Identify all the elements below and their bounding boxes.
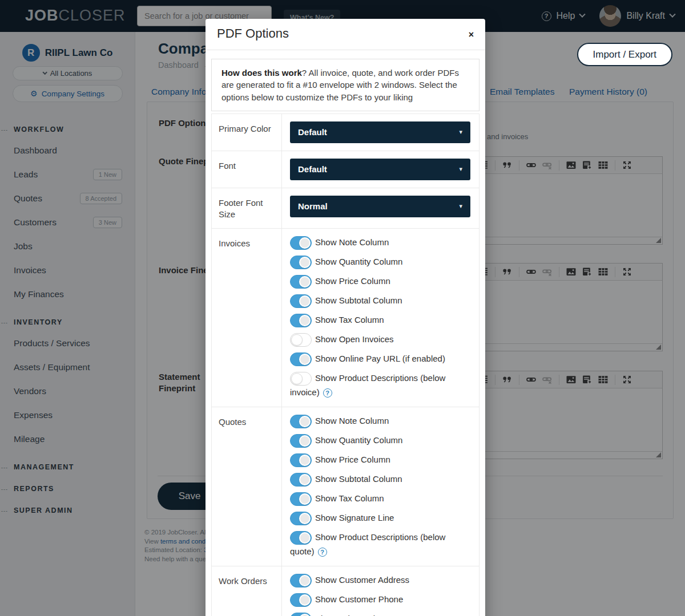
toggle-label: Show Quantity Column: [315, 257, 402, 266]
toggle-show-online-pay-url-if-enabled[interactable]: [290, 352, 312, 366]
toggle-label: Show Open Invoices: [315, 334, 394, 344]
toggle-show-job-number[interactable]: [290, 613, 312, 616]
toggle-knob: [299, 315, 311, 326]
toggle-label: Show Note Column: [315, 416, 389, 425]
modal-group-label: Quotes: [212, 407, 281, 566]
toggle-row: Show Quantity Column: [290, 433, 471, 448]
font-row: Font Default ▾: [212, 151, 479, 188]
toggle-label: Show Tax Column: [315, 315, 384, 325]
toggle-row: Show Quantity Column: [290, 255, 471, 269]
toggle-label: Show Note Column: [315, 237, 389, 247]
toggle-knob: [299, 295, 311, 307]
toggle-label: Show Customer Phone: [315, 594, 403, 604]
toggle-show-customer-address[interactable]: [290, 574, 312, 587]
modal-group-controls: Show Note ColumnShow Quantity ColumnShow…: [281, 229, 479, 407]
toggle-label: Show Customer Address: [315, 575, 409, 585]
caret-down-icon: ▾: [459, 165, 462, 173]
toggle-row: Show Customer Phone: [290, 593, 471, 607]
footer-font-size-select[interactable]: Normal ▾: [290, 196, 470, 217]
toggle-row: Show Price Column: [290, 274, 471, 289]
toggle-label: Show Subtotal Column: [315, 474, 402, 484]
modal-header: PDF Options ×: [206, 19, 485, 50]
info-box: How does this work? All invoice, quote, …: [211, 59, 480, 111]
toggle-knob: [299, 493, 311, 505]
toggle-knob: [299, 474, 311, 485]
toggle-row: Show Price Column: [290, 453, 471, 467]
toggle-row: Show Note Column: [290, 236, 471, 250]
caret-down-icon: ▾: [459, 128, 462, 136]
toggle-row: Show Subtotal Column: [290, 472, 471, 487]
toggle-groups: InvoicesShow Note ColumnShow Quantity Co…: [212, 229, 479, 616]
footer-font-size-label: Footer Font Size: [212, 188, 281, 228]
toggle-show-tax-column[interactable]: [290, 314, 312, 327]
toggle-show-signature-line[interactable]: [290, 512, 312, 525]
toggle-label: Show Job Number: [315, 614, 385, 616]
toggle-row: Show Tax Column: [290, 492, 471, 506]
toggle-label: Show Online Pay URL (if enabled): [315, 354, 445, 363]
font-label: Font: [212, 151, 281, 188]
footer-font-size-row: Footer Font Size Normal ▾: [212, 188, 479, 229]
primary-color-row: Primary Color Default ▾: [212, 114, 479, 151]
toggle-row: Show Subtotal Column: [290, 294, 471, 308]
toggle-show-price-column[interactable]: [290, 453, 312, 467]
toggle-row: Show Signature Line: [290, 511, 471, 525]
toggle-knob: [299, 513, 311, 524]
toggle-show-product-descriptions-below-invoice[interactable]: [290, 372, 312, 386]
toggle-knob: [291, 373, 303, 384]
toggle-show-customer-phone[interactable]: [290, 593, 312, 607]
primary-color-value: Default: [298, 127, 327, 137]
toggle-knob: [299, 614, 311, 616]
toggle-label: Show Product Descriptions (below quote): [290, 532, 445, 556]
close-icon[interactable]: ×: [469, 30, 474, 39]
toggle-knob: [299, 416, 311, 427]
toggle-label: Show Quantity Column: [315, 435, 402, 445]
toggle-show-note-column[interactable]: [290, 236, 312, 250]
toggle-knob: [299, 257, 311, 268]
modal-group-work-orders: Work OrdersShow Customer AddressShow Cus…: [212, 566, 479, 616]
toggle-knob: [299, 532, 311, 544]
font-select[interactable]: Default ▾: [290, 159, 470, 180]
toggle-row: Show Customer Address: [290, 573, 471, 587]
toggle-show-subtotal-column[interactable]: [290, 294, 312, 308]
toggle-knob: [299, 237, 311, 249]
primary-color-label: Primary Color: [212, 114, 281, 151]
toggle-knob: [299, 575, 311, 586]
modal-group-invoices: InvoicesShow Note ColumnShow Quantity Co…: [212, 229, 479, 407]
caret-down-icon: ▾: [459, 202, 462, 210]
toggle-show-note-column[interactable]: [290, 415, 312, 428]
toggle-show-product-descriptions-below-quote[interactable]: [290, 531, 312, 545]
toggle-show-subtotal-column[interactable]: [290, 473, 312, 487]
toggle-row: Show Open Invoices: [290, 333, 471, 347]
font-control: Default ▾: [281, 151, 479, 188]
footer-font-size-value: Normal: [298, 201, 328, 211]
toggle-show-quantity-column[interactable]: [290, 256, 312, 269]
modal-group-label: Invoices: [212, 229, 281, 407]
toggle-label: Show Price Column: [315, 455, 390, 464]
help-icon[interactable]: ?: [318, 548, 327, 557]
toggle-label: Show Subtotal Column: [315, 295, 402, 305]
toggle-row: Show Product Descriptions (below invoice…: [290, 371, 471, 399]
toggle-knob: [299, 276, 311, 287]
font-value: Default: [298, 164, 327, 174]
toggle-knob: [291, 334, 303, 346]
modal-group-quotes: QuotesShow Note ColumnShow Quantity Colu…: [212, 407, 479, 566]
info-bold-text: How does this work: [221, 68, 302, 78]
primary-color-select[interactable]: Default ▾: [290, 121, 470, 143]
toggle-row: Show Job Number: [290, 612, 471, 616]
toggle-knob: [299, 594, 311, 606]
toggle-show-open-invoices[interactable]: [290, 333, 312, 347]
help-icon[interactable]: ?: [323, 388, 332, 398]
modal-group-label: Work Orders: [212, 566, 281, 616]
toggle-show-tax-column[interactable]: [290, 492, 312, 506]
pdf-options-table: Primary Color Default ▾ Font Default ▾: [211, 114, 480, 616]
modal-group-controls: Show Note ColumnShow Quantity ColumnShow…: [281, 407, 479, 566]
modal-title: PDF Options: [217, 26, 289, 40]
modal-body: How does this work? All invoice, quote, …: [206, 59, 485, 616]
import-export-button[interactable]: Import / Export: [577, 43, 672, 66]
toggle-show-quantity-column[interactable]: [290, 434, 312, 448]
toggle-label: Show Signature Line: [315, 513, 394, 522]
toggle-show-price-column[interactable]: [290, 275, 312, 289]
toggle-knob: [299, 354, 311, 365]
toggle-knob: [299, 435, 311, 447]
toggle-label: Show Product Descriptions (below invoice…: [290, 373, 445, 397]
